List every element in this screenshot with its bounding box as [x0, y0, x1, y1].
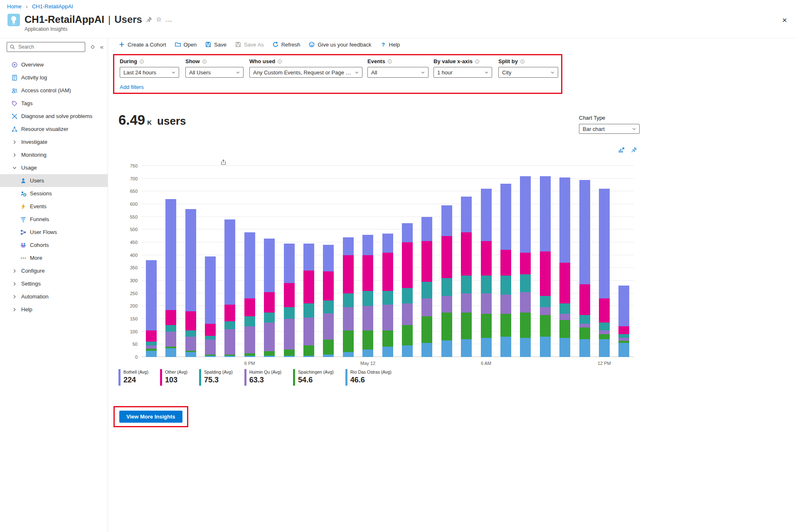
bar-segment-spaichingen	[323, 340, 334, 355]
bar-segment-rio-das-ostras	[421, 343, 432, 357]
bar-segment-other	[323, 271, 334, 301]
sidebar-item-monitoring[interactable]: Monitoring	[0, 148, 108, 161]
sidebar-item-label: Help	[21, 306, 32, 313]
sidebar-item-events[interactable]: Events	[0, 200, 108, 213]
sidebar-item-resource-visualizer[interactable]: Resource visualizer	[0, 123, 108, 135]
toolbar-label: Refresh	[281, 42, 300, 48]
toolbar-refresh-button[interactable]: Refresh	[272, 41, 300, 48]
sidebar-item-cohorts[interactable]: Cohorts	[0, 239, 108, 251]
bar-segment-rio-das-ostras	[323, 355, 334, 357]
filter-value: City	[502, 69, 511, 76]
bar-segment-rio-das-ostras	[165, 348, 176, 357]
bar-segment-spaichingen	[264, 351, 275, 356]
bar-segment-spaichingen	[500, 314, 511, 337]
bar-segment-rio-das-ostras	[284, 356, 295, 357]
bar-segment-huimin-qu	[323, 313, 334, 340]
search-input[interactable]	[7, 42, 85, 52]
y-axis: 0501001502002503003504004505005506006507…	[118, 166, 138, 357]
legend-series-name: Bothell (Avg)	[123, 369, 148, 374]
toolbar-give-us-your-feedback-button[interactable]: Give us your feedback	[308, 41, 371, 48]
sidebar-item-label: Resource visualizer	[21, 126, 68, 132]
bar-segment-other	[481, 241, 492, 276]
bar-segment-huimin-qu	[284, 319, 295, 350]
filter-value: All Users	[189, 69, 211, 76]
sidebar-item-activity-log[interactable]: Activity log	[0, 71, 108, 84]
y-axis-label: 250	[130, 291, 138, 296]
who-used-dropdown[interactable]: Any Custom Events, Request or Page View	[249, 67, 362, 78]
add-filters-link[interactable]: Add filters	[120, 84, 144, 90]
toolbar-help-button[interactable]: ?Help	[380, 41, 400, 48]
info-icon	[475, 59, 480, 64]
filter-label-text: Show	[185, 58, 200, 64]
bar-segment-spalding	[421, 282, 432, 298]
svg-text:?: ?	[382, 42, 385, 48]
sidebar-item-tags[interactable]: Tags	[0, 97, 108, 110]
bar-segment-bothell	[500, 184, 511, 250]
sidebar-item-sessions[interactable]: Sessions	[0, 187, 108, 200]
open-in-metrics-icon[interactable]	[618, 147, 625, 154]
sidebar-item-help[interactable]: Help	[0, 303, 108, 316]
bar	[441, 205, 452, 357]
bar-segment-other	[224, 305, 235, 321]
bar-segment-rio-das-ostras	[579, 339, 590, 357]
activity-log-icon	[11, 74, 18, 81]
filter-label: Events	[367, 58, 429, 64]
legend-series-value: 103	[165, 376, 187, 384]
toolbar-open-button[interactable]: Open	[175, 41, 197, 48]
toolbar-save-button[interactable]: Save	[205, 41, 227, 48]
user-flows-icon	[20, 229, 27, 236]
sidebar-item-funnels[interactable]: Funnels	[0, 213, 108, 226]
during-dropdown[interactable]: Last 24 hours	[120, 67, 179, 78]
y-axis-label: 750	[130, 163, 138, 168]
bar-segment-spalding	[224, 321, 235, 329]
filter-value: All	[371, 69, 377, 76]
sidebar-item-label: Users	[30, 177, 44, 184]
application-insights-icon	[7, 14, 20, 32]
breadcrumb-current-link[interactable]: CH1-RetailAppAI	[32, 3, 73, 10]
sidebar-item-configure[interactable]: Configure	[0, 264, 108, 277]
bar-segment-huimin-qu	[441, 296, 452, 313]
refresh-icon	[272, 41, 279, 48]
pin-chart-icon[interactable]	[631, 147, 637, 154]
sidebar-item-settings[interactable]: Settings	[0, 277, 108, 290]
bar-segment-bothell	[618, 286, 629, 326]
sidebar-item-user-flows[interactable]: User Flows	[0, 226, 108, 239]
toolbar-create-a-cohort-button[interactable]: Create a Cohort	[118, 41, 166, 48]
sidebar-item-overview[interactable]: Overview	[0, 58, 108, 71]
split-by-dropdown[interactable]: City	[498, 67, 558, 78]
sidebar-item-label: Tags	[21, 100, 32, 106]
sidebar-item-automation[interactable]: Automation	[0, 290, 108, 303]
help-icon: ?	[380, 41, 387, 48]
diamond-icon[interactable]	[90, 44, 96, 50]
sidebar-item-access-control-iam[interactable]: Access control (IAM)	[0, 84, 108, 97]
legend-text: Rio Das Ostras (Avg)46.6	[350, 369, 392, 386]
toolbar-label: Create a Cohort	[128, 42, 166, 48]
bar-segment-huimin-qu	[500, 295, 511, 314]
show-dropdown[interactable]: All Users	[185, 67, 244, 78]
chart-type-dropdown[interactable]: Bar chart	[579, 124, 640, 134]
bar-segment-bothell	[205, 256, 216, 324]
sidebar-nav: OverviewActivity logAccess control (IAM)…	[0, 58, 108, 316]
x-axis: 6 PMMay 126 AM12 PM	[141, 361, 634, 367]
bar-segment-spalding	[185, 330, 196, 337]
users-icon	[20, 177, 27, 184]
by-value-x-axis-dropdown[interactable]: 1 hour	[433, 67, 492, 78]
bar-segment-spalding	[540, 296, 551, 308]
filter-by-value-x-axis: By value x-axis1 hour	[433, 58, 492, 78]
breadcrumb-home-link[interactable]: Home	[7, 3, 22, 10]
sidebar-item-users[interactable]: Users	[0, 174, 108, 187]
bar-segment-rio-das-ostras	[264, 356, 275, 357]
bar-segment-spalding	[284, 307, 295, 319]
view-more-insights-button[interactable]: View More Insights	[119, 411, 182, 423]
sidebar-item-usage[interactable]: Usage	[0, 161, 108, 174]
bar-segment-spaichingen	[520, 313, 531, 338]
bar-segment-bothell	[402, 223, 413, 242]
sidebar-item-more[interactable]: More	[0, 251, 108, 264]
sidebar-item-investigate[interactable]: Investigate	[0, 135, 108, 148]
collapse-sidebar-icon[interactable]: «	[100, 44, 103, 50]
sidebar-search[interactable]	[7, 42, 85, 52]
events-dropdown[interactable]: All	[367, 67, 429, 78]
bar-segment-huimin-qu	[224, 329, 235, 355]
sidebar-item-diagnose-and-solve-problems[interactable]: Diagnose and solve problems	[0, 110, 108, 123]
legend-series-value: 63.3	[249, 376, 281, 384]
